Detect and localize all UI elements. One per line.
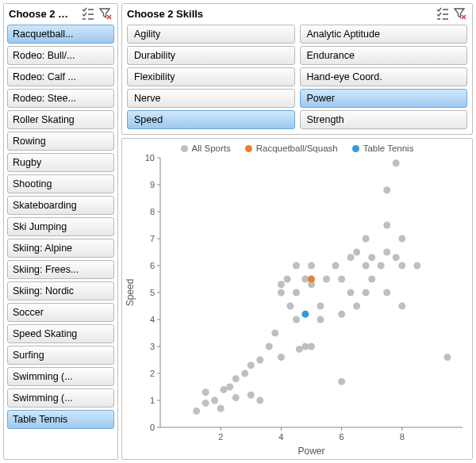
list-item[interactable]: Skiing: Frees... (7, 260, 114, 279)
list-item[interactable]: Rodeo: Bull/... (7, 46, 114, 65)
data-point (286, 303, 294, 310)
skill-item[interactable]: Hand-eye Coord. (300, 67, 468, 86)
svg-text:1: 1 (150, 396, 155, 405)
list-item[interactable]: Skiing: Alpine (7, 239, 114, 258)
list-item[interactable]: Racquetball... (7, 25, 114, 44)
skill-item[interactable]: Durability (127, 46, 295, 65)
list-item[interactable]: Skiing: Nordic (7, 281, 114, 300)
legend-item: All Sports (181, 143, 231, 153)
list-item[interactable]: Rodeo: Calf ... (7, 67, 114, 86)
legend-item: Table Tennis (352, 143, 414, 153)
data-point (368, 254, 375, 261)
svg-text:0: 0 (150, 423, 155, 432)
chart-legend: All SportsRacquetball/SquashTable Tennis (122, 139, 472, 155)
svg-text:10: 10 (145, 155, 155, 163)
right-column: Choose 2 Skills AgilityAnalytic Aptitude… (121, 3, 473, 460)
skill-item[interactable]: Analytic Aptitude (300, 25, 468, 44)
data-point (217, 405, 225, 412)
svg-text:6: 6 (340, 432, 344, 442)
data-point (284, 276, 291, 283)
svg-text:4: 4 (150, 315, 155, 324)
legend-swatch (352, 145, 359, 152)
list-item[interactable]: Table Tennis (7, 410, 114, 429)
data-point (193, 408, 200, 415)
list-item[interactable]: Ski Jumping (7, 217, 114, 236)
sports-panel: Choose 2 … Racquetball...Rodeo: Bull/...… (3, 3, 118, 460)
skill-item[interactable]: Agility (127, 25, 295, 44)
svg-text:9: 9 (150, 180, 155, 189)
skill-item[interactable]: Strength (300, 110, 468, 129)
data-point (293, 316, 300, 323)
clear-filter-icon[interactable] (98, 6, 113, 21)
data-point (338, 378, 345, 385)
data-point (211, 397, 218, 404)
data-point (393, 254, 400, 261)
data-point (278, 289, 285, 297)
data-point (232, 375, 240, 382)
data-point (443, 354, 451, 361)
data-point (347, 289, 355, 297)
skills-grid: AgilityAnalytic AptitudeDurabilityEndura… (122, 23, 472, 134)
data-point (278, 281, 285, 288)
skill-item[interactable]: Nerve (127, 89, 295, 108)
legend-label: Table Tennis (363, 143, 414, 153)
skills-panel-title: Choose 2 Skills (127, 8, 432, 20)
skill-item[interactable]: Flexibility (127, 67, 295, 86)
data-point (383, 186, 390, 193)
data-point (271, 330, 278, 337)
legend-item: Racquetball/Squash (245, 143, 338, 153)
data-point (398, 262, 405, 270)
data-point (353, 249, 360, 256)
list-item[interactable]: Surfing (7, 346, 114, 365)
svg-text:4: 4 (278, 432, 283, 442)
legend-swatch (245, 145, 252, 152)
sports-panel-header: Choose 2 … (4, 4, 117, 23)
list-item[interactable]: Rowing (7, 132, 114, 151)
svg-text:2: 2 (150, 369, 155, 378)
clear-filter-icon[interactable] (453, 6, 467, 21)
data-point (241, 370, 248, 377)
data-point (278, 354, 285, 361)
data-point (308, 262, 315, 270)
list-item[interactable]: Speed Skating (7, 324, 114, 343)
data-point (308, 343, 315, 350)
sports-panel-title: Choose 2 … (9, 8, 78, 20)
svg-text:8: 8 (150, 207, 155, 216)
svg-text:7: 7 (150, 234, 155, 243)
data-point (413, 262, 420, 270)
data-point (202, 388, 209, 396)
multi-select-icon[interactable] (436, 6, 450, 21)
legend-swatch (181, 145, 188, 152)
data-point (353, 303, 360, 310)
data-point (317, 316, 324, 323)
skill-item[interactable]: Power (300, 89, 468, 108)
list-item[interactable]: Swimming (... (7, 388, 114, 408)
data-point (368, 276, 375, 283)
sports-list[interactable]: Racquetball...Rodeo: Bull/...Rodeo: Calf… (4, 23, 117, 459)
data-point (378, 262, 385, 270)
skill-item[interactable]: Endurance (300, 46, 468, 65)
data-point (293, 289, 300, 297)
svg-text:5: 5 (150, 288, 155, 297)
multi-select-icon[interactable] (81, 6, 95, 21)
data-point (226, 384, 233, 391)
skill-item[interactable]: Speed (127, 110, 295, 129)
legend-label: All Sports (192, 143, 231, 153)
data-point (393, 159, 400, 166)
data-point (248, 362, 255, 369)
data-point (383, 249, 390, 256)
list-item[interactable]: Rodeo: Stee... (7, 89, 114, 108)
data-point (363, 289, 370, 297)
list-item[interactable]: Roller Skating (7, 110, 114, 129)
list-item[interactable]: Swimming (... (7, 367, 114, 386)
scatter-chart: 0123456789102468PowerSpeed (122, 155, 472, 459)
data-point (301, 311, 309, 318)
svg-text:6: 6 (150, 261, 155, 270)
data-point (398, 303, 405, 310)
list-item[interactable]: Soccer (7, 303, 114, 322)
list-item[interactable]: Rugby (7, 153, 114, 172)
skills-panel-header: Choose 2 Skills (122, 4, 472, 23)
list-item[interactable]: Shooting (7, 174, 114, 193)
list-item[interactable]: Skateboarding (7, 196, 114, 215)
data-point (248, 392, 255, 399)
